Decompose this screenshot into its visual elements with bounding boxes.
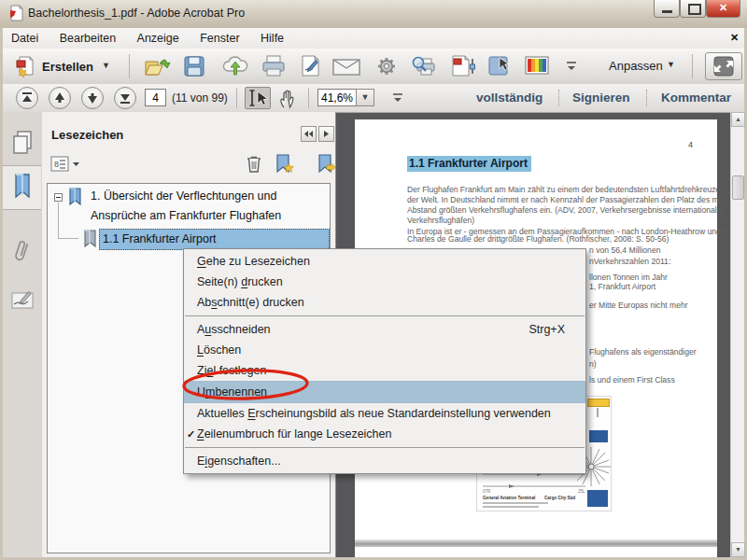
- task-separator: [646, 90, 648, 106]
- menu-item-delete[interactable]: Löschen: [184, 340, 585, 360]
- maximize-button[interactable]: [680, 0, 706, 18]
- figure-connector: [597, 408, 599, 417]
- cloud-upload-icon[interactable]: [220, 54, 250, 78]
- toolbar-separator: [236, 88, 237, 108]
- menu-bearbeiten[interactable]: Bearbeiten: [51, 28, 124, 45]
- vertical-scrollbar[interactable]: ▲ ▼: [730, 112, 744, 557]
- customize-dropdown-arrow-icon: ▼: [667, 60, 675, 69]
- navigation-toolbar: (11 von 99) ▼ vollständig Signier: [3, 84, 744, 113]
- customize-label: Anpassen: [609, 59, 663, 73]
- checkmark-icon: ✓: [187, 424, 195, 444]
- bookmark-flag-icon-child[interactable]: [82, 230, 98, 248]
- svg-text:25L: 25L: [578, 489, 585, 494]
- minimize-button[interactable]: [654, 0, 680, 18]
- page-number-input[interactable]: [145, 89, 166, 106]
- document-text-fragment: Flughafens als eigenständiger: [589, 347, 697, 357]
- first-page-button[interactable]: [16, 87, 38, 109]
- menu-datei[interactable]: Datei: [3, 28, 47, 45]
- menu-shortcut-cut: Strg+X: [529, 319, 565, 340]
- bookmark-goto-icon[interactable]: [316, 153, 338, 175]
- menu-item-cut[interactable]: Ausschneiden Strg+X: [184, 319, 585, 340]
- scrollbar-thumb[interactable]: [732, 175, 744, 200]
- document-text-fragment: llonen Tonnen im Jahr: [589, 273, 668, 282]
- create-pdf-label: Erstellen: [42, 60, 93, 74]
- collapse-panel-button[interactable]: [301, 126, 317, 142]
- scroll-up-button[interactable]: ▲: [731, 112, 745, 127]
- menu-hilfe[interactable]: Hilfe: [252, 28, 292, 45]
- menu-item-wrap-long-bookmarks[interactable]: ✓ Zeilenumbruch für lange Lesezeichen: [184, 424, 585, 444]
- menu-fenster[interactable]: Fenster: [191, 28, 247, 45]
- menu-item-rename[interactable]: Umbenennen: [184, 381, 585, 403]
- menu-item-goto-bookmark[interactable]: Gehe zu Lesezeichen: [184, 251, 585, 272]
- zoom-dropdown-button[interactable]: ▼: [356, 89, 374, 106]
- bookmark-item-selected-label: 1.1 Frankfurter Airport: [99, 229, 330, 250]
- select-tool-button[interactable]: [245, 87, 271, 109]
- navigation-pane-strip: [3, 112, 43, 557]
- menu-separator: [185, 447, 585, 448]
- document-text-fragment: nVerkehrszahlen 2011:: [589, 257, 670, 266]
- new-bookmark-icon[interactable]: [274, 153, 296, 175]
- next-page-top: [355, 547, 717, 557]
- fullscreen-button[interactable]: [705, 52, 742, 80]
- scroll-down-button[interactable]: ▼: [731, 542, 745, 557]
- hand-tool-icon[interactable]: [276, 88, 299, 109]
- zoom-more-chevron-icon[interactable]: [389, 91, 406, 105]
- attachments-tab[interactable]: [3, 233, 41, 271]
- previous-page-button[interactable]: [49, 87, 71, 109]
- snapshot-select-icon[interactable]: [486, 54, 514, 78]
- task-kommentar-button[interactable]: Kommentar: [661, 91, 731, 105]
- page-thumbnails-tab[interactable]: [3, 125, 41, 162]
- sign-document-icon[interactable]: [298, 54, 324, 78]
- figure-blue-label: [589, 430, 608, 442]
- menu-separator: [185, 315, 585, 316]
- bookmark-flag-icon[interactable]: [67, 188, 83, 206]
- print-icon[interactable]: [261, 55, 287, 77]
- email-icon[interactable]: [331, 58, 361, 77]
- open-file-icon[interactable]: [143, 54, 171, 78]
- toolbar-separator: [308, 88, 309, 108]
- close-icon: ✕: [719, 2, 727, 13]
- bookmark-options-button[interactable]: 8: [50, 155, 82, 174]
- menu-anzeige[interactable]: Anzeige: [129, 28, 188, 45]
- select-tool-icon: [246, 88, 270, 108]
- more-tools-chevron-icon[interactable]: [563, 60, 580, 73]
- menu-item-print-sections[interactable]: Abschnitt(e) drucken: [184, 292, 585, 313]
- print-preview-icon[interactable]: [410, 54, 440, 78]
- zoom-level-input[interactable]: [317, 89, 357, 106]
- figure-yellow-label: [587, 399, 610, 407]
- expander-minus-icon[interactable]: [54, 193, 63, 202]
- menu-item-properties[interactable]: Eigenschaften...: [184, 451, 585, 471]
- delete-bookmark-icon[interactable]: [245, 154, 263, 175]
- save-icon[interactable]: [182, 55, 206, 77]
- settings-gear-icon[interactable]: [374, 55, 399, 77]
- next-page-button[interactable]: [81, 87, 104, 109]
- customize-button[interactable]: Anpassen ▼: [605, 56, 680, 77]
- document-text-fragment: n): [589, 359, 597, 369]
- task-signieren-button[interactable]: Signieren: [572, 91, 630, 105]
- acrobat-app-icon: [8, 5, 24, 21]
- fullscreen-icon: [706, 53, 741, 79]
- document-text-fragment: 1, Frankfurt Airport: [589, 282, 655, 291]
- task-fill-sign-button[interactable]: vollständig: [476, 91, 543, 105]
- menu-item-print-pages[interactable]: Seite(n) drucken: [184, 272, 585, 292]
- create-pdf-button[interactable]: Erstellen ▼: [12, 54, 115, 78]
- document-text-fragment: er Mitte Europas nicht mehr: [589, 301, 688, 310]
- menubar-close-icon[interactable]: ✕: [730, 32, 739, 44]
- toolbar-separator: [692, 54, 693, 78]
- page-count-label: (11 von 99): [172, 91, 228, 105]
- bookmark-item-selected[interactable]: 1.1 Frankfurter Airport: [99, 229, 330, 250]
- figure-caption-line: [483, 502, 548, 504]
- close-button[interactable]: ✕: [706, 0, 740, 18]
- menu-item-set-destination[interactable]: Ziel festlegen: [184, 360, 585, 381]
- figure-blue-label: [587, 490, 608, 507]
- last-page-button[interactable]: [114, 87, 136, 109]
- expand-panel-button[interactable]: [318, 126, 334, 142]
- menu-item-cut-label: Ausschneiden: [197, 323, 271, 336]
- create-pdf-icon: [14, 55, 36, 77]
- page-setup-icon[interactable]: [449, 54, 477, 78]
- color-options-icon[interactable]: [524, 55, 550, 76]
- menu-item-use-current-appearance[interactable]: Aktuelles Erscheinungsbild als neue Stan…: [184, 403, 585, 424]
- signatures-tab[interactable]: [3, 283, 41, 320]
- bookmarks-tab[interactable]: [3, 165, 41, 210]
- bookmark-item-root[interactable]: 1. Übersicht der Verflechtungen und Ansp…: [91, 187, 319, 226]
